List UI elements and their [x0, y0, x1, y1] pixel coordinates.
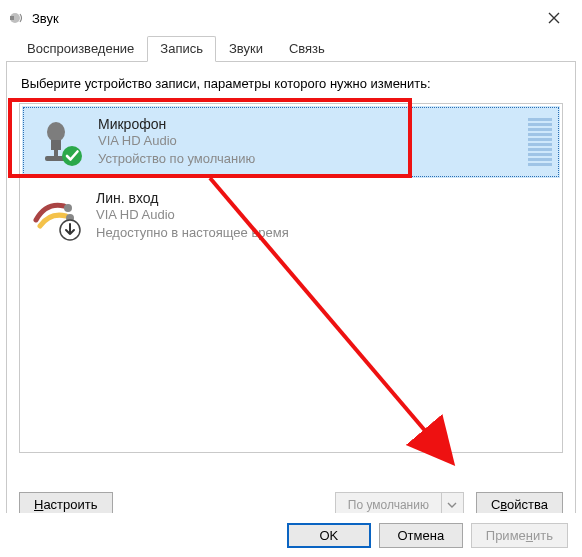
device-name: Лин. вход [96, 190, 554, 206]
device-list[interactable]: Микрофон VIA HD Audio Устройство по умол… [19, 103, 563, 453]
device-driver: VIA HD Audio [96, 206, 554, 224]
level-meter [528, 114, 552, 170]
line-in-icon [30, 190, 86, 242]
tab-communications[interactable]: Связь [276, 36, 338, 62]
configure-label-rest: астроить [43, 497, 97, 512]
ok-button[interactable]: OK [287, 523, 371, 548]
svg-rect-5 [54, 148, 58, 158]
device-text: Лин. вход VIA HD Audio Недоступно в наст… [96, 190, 554, 241]
device-row-microphone[interactable]: Микрофон VIA HD Audio Устройство по умол… [22, 106, 560, 178]
svg-rect-1 [10, 16, 14, 20]
device-driver: VIA HD Audio [98, 132, 528, 150]
instruction-text: Выберите устройство записи, параметры ко… [21, 76, 563, 91]
dialog-footer: OK Отмена Применить [0, 513, 582, 557]
tab-recording[interactable]: Запись [147, 36, 216, 62]
tab-bar: Воспроизведение Запись Звуки Связь [0, 36, 582, 62]
microphone-icon [32, 116, 88, 168]
apply-label-rest: ить [533, 528, 553, 543]
sound-icon [8, 9, 26, 27]
device-name: Микрофон [98, 116, 528, 132]
properties-label-rest: ойства [507, 497, 548, 512]
close-icon [548, 12, 560, 24]
cancel-button[interactable]: Отмена [379, 523, 463, 548]
svg-point-2 [47, 122, 65, 142]
titlebar: Звук [0, 0, 582, 36]
tab-playback[interactable]: Воспроизведение [14, 36, 147, 62]
chevron-down-icon [447, 500, 457, 510]
device-text: Микрофон VIA HD Audio Устройство по умол… [98, 116, 528, 167]
tab-panel: Выберите устройство записи, параметры ко… [6, 62, 576, 532]
close-button[interactable] [534, 4, 574, 32]
window-title: Звук [32, 11, 59, 26]
device-state: Устройство по умолчанию [98, 150, 528, 168]
svg-point-7 [64, 204, 72, 212]
device-state: Недоступно в настоящее время [96, 224, 554, 242]
apply-button: Применить [471, 523, 568, 548]
device-row-line-in[interactable]: Лин. вход VIA HD Audio Недоступно в наст… [20, 180, 562, 252]
tab-sounds[interactable]: Звуки [216, 36, 276, 62]
